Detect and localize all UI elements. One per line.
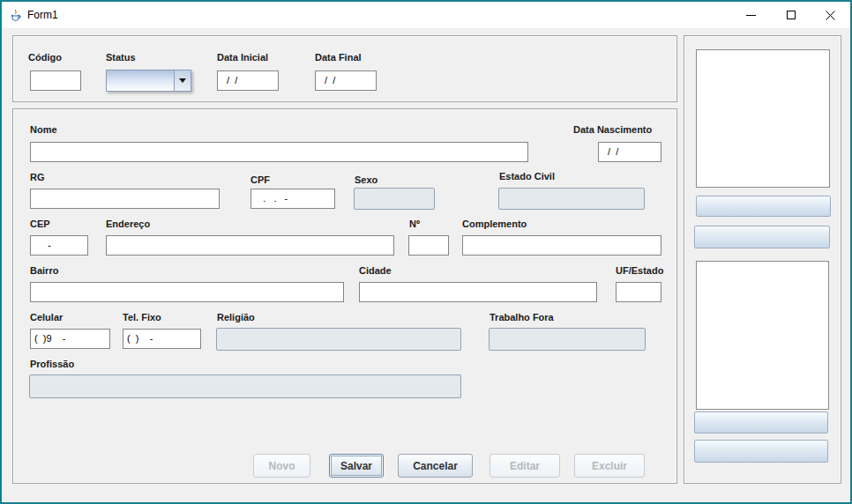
profissao-field [29,374,461,398]
bairro-field[interactable] [30,282,344,302]
estado-civil-field [498,188,645,210]
cep-field[interactable]: - [30,235,88,256]
data-nascimento-field[interactable]: / / [598,142,661,162]
nome-label: Nome [30,124,57,136]
codigo-field[interactable] [30,70,81,91]
endereco-field[interactable] [106,235,394,256]
sexo-field [354,188,435,210]
cpf-field[interactable]: . . - [250,189,335,209]
titlebar: Form1 [2,2,850,28]
profissao-label: Profissão [30,359,74,370]
minimize-icon [746,15,756,16]
minimize-button[interactable] [731,2,771,28]
combobox-arrow-button[interactable] [174,70,191,91]
uf-estado-field[interactable] [616,282,661,302]
trabalho-fora-label: Trabalho Fora [490,312,554,323]
side-button-3[interactable] [694,411,828,434]
close-button[interactable] [811,2,850,28]
document-display-area [696,261,829,410]
status-combobox[interactable] [106,70,191,92]
uf-estado-label: UF/Estado [616,265,663,277]
maximize-button[interactable] [771,2,811,28]
photo-display-area [696,49,830,188]
bairro-label: Bairro [30,265,58,277]
complemento-field[interactable] [462,235,661,256]
editar-button: Editar [490,454,560,478]
rg-field[interactable] [30,189,220,209]
novo-button: Novo [253,454,310,478]
cidade-label: Cidade [359,265,392,277]
chevron-down-icon [179,78,186,83]
close-icon [826,11,835,20]
religiao-field [216,328,461,351]
celular-field[interactable]: ( )9 - [30,329,110,349]
maximize-icon [787,11,796,19]
cep-label: CEP [30,219,50,230]
rg-label: RG [30,172,45,183]
religiao-label: Religião [217,312,255,323]
window-title: Form1 [27,9,58,21]
tel-fixo-label: Tel. Fixo [123,312,161,323]
data-final-field[interactable]: / / [315,70,377,91]
filter-panel [12,35,677,102]
side-button-1[interactable] [696,196,831,217]
status-label: Status [106,52,136,63]
sexo-label: Sexo [355,174,377,186]
numero-label: Nº [409,219,420,230]
endereco-label: Endereço [106,219,150,230]
complemento-label: Complemento [462,219,527,230]
trabalho-fora-field [489,328,646,351]
app-window: Form1 Código Status Data Inicial / [0,0,852,504]
cidade-field[interactable] [359,282,597,302]
java-icon [9,9,22,22]
cancelar-button[interactable]: Cancelar [398,454,473,478]
estado-civil-label: Estado Civil [499,171,555,182]
cpf-label: CPF [250,174,270,186]
codigo-label: Código [28,52,62,63]
excluir-button: Excluir [574,454,645,478]
data-inicial-label: Data Inicial [217,52,268,63]
tel-fixo-field[interactable]: ( ) - [123,329,201,349]
data-inicial-field[interactable]: / / [217,70,279,91]
data-final-label: Data Final [315,52,362,63]
numero-field[interactable] [408,235,449,256]
salvar-button[interactable]: Salvar [329,454,384,478]
side-button-4[interactable] [694,440,828,463]
celular-label: Celular [30,312,63,323]
data-nascimento-label: Data Nascimento [573,124,652,136]
side-button-2[interactable] [694,226,830,248]
window-controls [731,2,850,28]
nome-field[interactable] [30,142,528,162]
